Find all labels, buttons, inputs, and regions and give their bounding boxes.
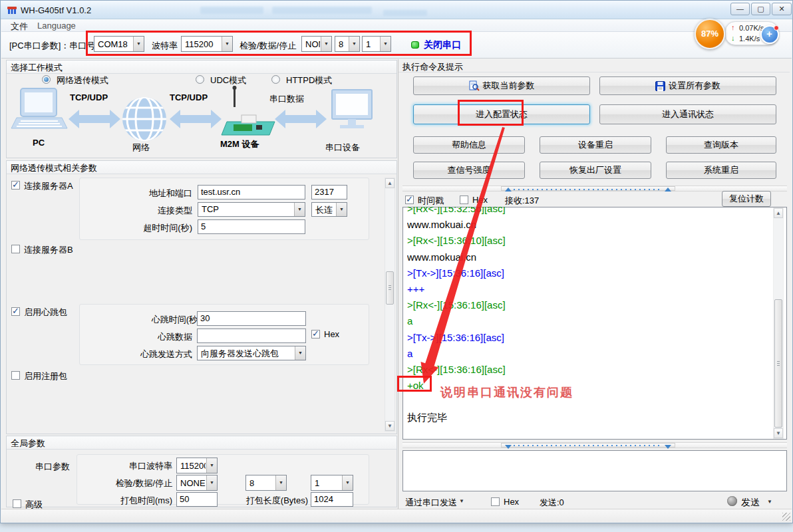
log-hex-checkbox[interactable]: [460, 196, 468, 204]
scrollbar-thumb[interactable]: [774, 299, 782, 428]
left-scrollbar[interactable]: ▲ ▼: [385, 178, 395, 432]
collapse-up-icon[interactable]: [665, 188, 671, 192]
get-params-button[interactable]: 获取当前参数: [413, 76, 590, 95]
maximize-button[interactable]: ▢: [751, 3, 770, 15]
collapse-down-icon[interactable]: [665, 445, 671, 449]
chevron-down-icon[interactable]: ▼: [295, 346, 305, 360]
query-version-button[interactable]: 查询版本: [666, 136, 776, 154]
heartbeat-checkbox[interactable]: [11, 307, 20, 316]
g-parity-value: NONE: [180, 478, 206, 488]
chevron-down-icon[interactable]: ▼: [767, 499, 772, 505]
device-reboot-button[interactable]: 设备重启: [540, 136, 651, 154]
serial-prefix-label: [PC串口参数]：串口号: [9, 40, 95, 52]
reset-count-button[interactable]: 复位计数: [722, 191, 771, 207]
timestamp-checkbox[interactable]: [405, 196, 414, 204]
send-sphere-icon: [727, 496, 737, 506]
chevron-down-icon[interactable]: ▼: [294, 203, 305, 216]
addr-input[interactable]: test.usr.cn: [198, 185, 305, 200]
hb-data-label: 心跳数据: [86, 331, 192, 343]
radio-net-passthrough[interactable]: [42, 75, 51, 84]
hb-mode-select[interactable]: 向服务器发送心跳包 ▼: [197, 346, 306, 360]
server-a-checkbox[interactable]: [11, 181, 20, 190]
splitter-bottom[interactable]: [402, 442, 787, 448]
log-line: >[Rx<-][15:36:16][asc]: [407, 297, 766, 313]
g-pds-label: 检验/数据/停止: [94, 477, 172, 489]
timeout-input[interactable]: 5: [198, 219, 305, 234]
chevron-down-icon[interactable]: ▼: [336, 203, 347, 216]
status-bar: [1, 509, 792, 522]
addr-label: 地址和端口: [86, 188, 192, 200]
g-parity-select[interactable]: NONE ▼: [176, 475, 218, 491]
log-line: 执行完毕: [407, 410, 766, 426]
g-baud-label: 串口波特率: [100, 460, 172, 472]
pack-len-label: 打包长度(Bytes): [241, 495, 308, 507]
splitter-handle[interactable]: [501, 443, 675, 448]
pack-time-input[interactable]: 50: [176, 492, 218, 507]
scroll-up-icon[interactable]: ▲: [385, 178, 395, 188]
pack-len-input[interactable]: 1024: [311, 492, 353, 507]
scrollbar-thumb[interactable]: [386, 271, 394, 305]
send-via-serial-dropdown[interactable]: 通过串口发送: [405, 497, 457, 509]
hb-time-input[interactable]: 30: [197, 311, 306, 326]
collapse-up-icon[interactable]: [505, 188, 512, 192]
link1-label: TCP/UDP: [70, 92, 108, 102]
query-signal-button[interactable]: 查信号强度: [413, 162, 525, 179]
register-checkbox[interactable]: [11, 371, 20, 380]
scroll-up-icon[interactable]: ▲: [774, 208, 783, 218]
scroll-down-icon[interactable]: ▼: [385, 421, 395, 431]
m2m-caption: M2M 设备: [220, 138, 259, 150]
keepalive-value: 长连: [315, 204, 335, 216]
send-hex-checkbox[interactable]: [491, 497, 500, 506]
memory-ball-icon[interactable]: 87%: [695, 19, 725, 49]
send-hex-label: Hex: [504, 497, 519, 507]
resize-grip[interactable]: [782, 513, 790, 521]
radio-httpd-mode-label[interactable]: HTTPD模式: [286, 74, 332, 86]
enter-comm-button[interactable]: 进入通讯状态: [599, 104, 776, 124]
radio-udc-mode-label[interactable]: UDC模式: [210, 74, 246, 86]
conn-type-select[interactable]: TCP ▼: [198, 202, 305, 217]
scroll-down-icon[interactable]: ▼: [774, 428, 783, 438]
radio-udc-mode[interactable]: [196, 75, 204, 84]
close-button[interactable]: ✕: [772, 3, 792, 15]
help-button[interactable]: 帮助信息: [413, 136, 525, 154]
serial-params-label: 串口参数: [35, 461, 70, 473]
keepalive-select[interactable]: 长连 ▼: [311, 202, 347, 217]
arrow-icon: [275, 110, 327, 128]
panel-divider[interactable]: [398, 59, 398, 509]
factory-reset-label: 恢复出厂设置: [569, 164, 621, 176]
collapse-down-icon[interactable]: [505, 445, 512, 449]
server-a-label: 连接服务器A: [24, 180, 73, 192]
chevron-down-icon[interactable]: ▼: [342, 475, 353, 490]
g-stopbits-select[interactable]: 1 ▼: [311, 475, 353, 491]
menu-file[interactable]: 文件: [11, 21, 28, 33]
menu-language[interactable]: Language: [37, 21, 76, 31]
minimize-button[interactable]: —: [730, 3, 750, 15]
system-reboot-button[interactable]: 系统重启: [666, 162, 776, 179]
accelerator-ball-icon[interactable]: +: [760, 25, 779, 44]
advanced-checkbox[interactable]: [13, 499, 21, 508]
hb-hex-checkbox[interactable]: [311, 330, 320, 338]
factory-reset-button[interactable]: 恢复出厂设置: [540, 162, 651, 179]
radio-httpd-mode[interactable]: [271, 75, 280, 84]
send-textarea[interactable]: [402, 450, 787, 491]
save-icon: [655, 81, 665, 91]
pc-caption: PC: [33, 138, 45, 148]
log-scrollbar[interactable]: ▲ ▼: [773, 207, 784, 439]
chevron-down-icon[interactable]: ▼: [275, 475, 286, 490]
g-baud-select[interactable]: 115200 ▼: [176, 458, 218, 473]
radio-net-passthrough-label[interactable]: 网络透传模式: [57, 74, 108, 86]
g-databits-select[interactable]: 8 ▼: [245, 475, 287, 491]
query-version-label: 查询版本: [704, 139, 738, 151]
set-params-button[interactable]: 设置所有参数: [599, 76, 776, 95]
title-bar: WH-G405tf V1.0.2 — ▢ ✕: [1, 1, 792, 19]
arrow-icon: [170, 110, 222, 128]
server-b-checkbox[interactable]: [11, 245, 20, 253]
download-arrow-icon: ↓: [731, 34, 735, 42]
send-button[interactable]: 发送: [741, 497, 760, 509]
hb-data-input[interactable]: [197, 329, 306, 343]
chevron-down-icon[interactable]: ▼: [206, 475, 217, 490]
chevron-down-icon[interactable]: ▼: [459, 498, 464, 504]
port-input[interactable]: 2317: [311, 185, 347, 200]
splitter-handle[interactable]: [501, 186, 675, 191]
chevron-down-icon[interactable]: ▼: [206, 458, 217, 473]
